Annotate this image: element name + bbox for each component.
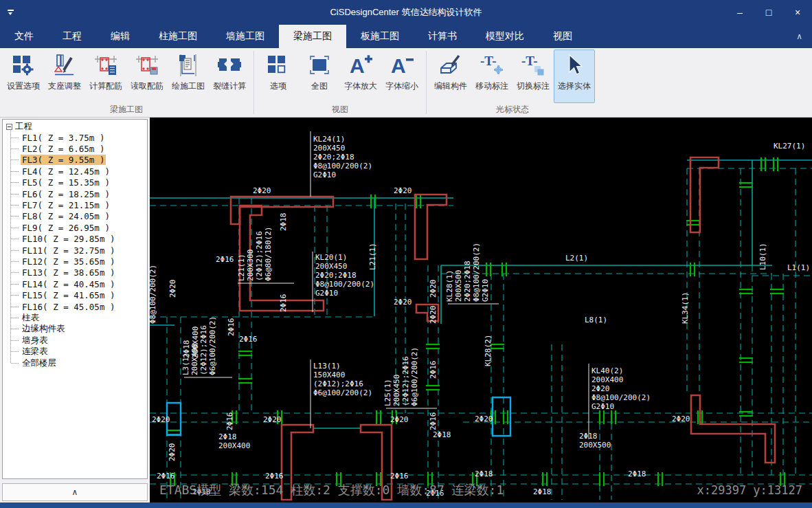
minimize-button[interactable]: – bbox=[725, 0, 754, 25]
ribbon-button-绘施工图[interactable]: 绘施工图 bbox=[168, 49, 209, 103]
ribbon-button-label: 移动标注 bbox=[475, 80, 508, 92]
tree-item[interactable]: FL15( Z = 41.65m ) bbox=[11, 289, 147, 300]
beam-annotation: (2Φ12);2Φ16 bbox=[199, 325, 208, 375]
beam-annotation: 2Φ16 bbox=[429, 361, 438, 379]
beam-annotation: Φ8@100/200(2) bbox=[591, 393, 651, 402]
beam-annotation: 2Φ18 bbox=[579, 432, 598, 441]
beam-annotation: 200X500 bbox=[579, 441, 611, 450]
tree-item-label: 边缘构件表 bbox=[21, 323, 67, 335]
ribbon-button-字体放大[interactable]: A字体放大 bbox=[340, 49, 381, 103]
ribbon-button-全图[interactable]: 全图 bbox=[299, 49, 340, 103]
maximize-button[interactable]: □ bbox=[754, 0, 783, 25]
ribbon-button-计算配筋[interactable]: 计算配筋 bbox=[85, 49, 126, 103]
tab-柱施工图[interactable]: 柱施工图 bbox=[144, 25, 212, 48]
tree-connector bbox=[11, 272, 19, 273]
beam-annotation: 2Φ20;2Φ18 bbox=[463, 261, 472, 302]
beam-annotation: 2Φ20 bbox=[168, 443, 177, 462]
beam-annotation: 200X300 bbox=[246, 250, 255, 281]
ribbon-button-label: 字体放大 bbox=[344, 80, 377, 92]
ribbon-button-支座调整[interactable]: 支座调整 bbox=[44, 49, 85, 103]
beam-annotation: 200X500 bbox=[454, 270, 463, 302]
ribbon-button-读取配筋[interactable]: 读取配筋 bbox=[126, 49, 168, 103]
tree-item-label: FL14( Z = 40.45m ) bbox=[21, 279, 116, 289]
tab-模型对比[interactable]: 模型对比 bbox=[471, 25, 539, 48]
column-highlights bbox=[167, 397, 510, 436]
ribbon-button-label: 绘施工图 bbox=[172, 80, 205, 92]
tab-计算书[interactable]: 计算书 bbox=[414, 25, 471, 48]
beam-annotation: 2Φ18 bbox=[218, 432, 237, 441]
beam-annotation: 200X400 bbox=[191, 327, 200, 358]
model-status-text: ETABS模型 梁数:154 柱数:2 支撑数:0 墙数:87 连梁数:1 bbox=[159, 483, 504, 497]
beam-annotation: Φ8@100/200(2) bbox=[472, 243, 481, 302]
ribbon-button-切换标注[interactable]: -T-切换标注 bbox=[512, 49, 554, 103]
ribbon-button-设置选项[interactable]: 设置选项 bbox=[3, 49, 44, 103]
tree-item[interactable]: FL5( Z = 15.35m ) bbox=[11, 177, 147, 188]
panel-collapse-button[interactable]: ∧ bbox=[2, 483, 148, 501]
ribbon-button-字体缩小[interactable]: A字体缩小 bbox=[381, 49, 422, 103]
tree-item[interactable]: FL12( Z = 35.65m ) bbox=[11, 256, 147, 267]
tree-root-label: 工程 bbox=[15, 121, 32, 133]
ribbon-group-label: 视图 bbox=[258, 103, 422, 118]
tree-item[interactable]: FL2( Z = 6.65m ) bbox=[11, 143, 147, 154]
tab-工程[interactable]: 工程 bbox=[48, 25, 96, 48]
ribbon-button-label: 裂缝计算 bbox=[213, 80, 246, 92]
calc-rebar-icon bbox=[93, 52, 119, 78]
beam-annotation: Φ6@100/200(2) bbox=[208, 316, 217, 375]
tree-connector bbox=[11, 194, 19, 195]
tree-connector bbox=[11, 250, 19, 251]
ribbon-button-移动标注[interactable]: -T-移动标注 bbox=[471, 49, 512, 103]
beam-annotation: 2Φ16 bbox=[265, 472, 284, 481]
beam-annotation: KL28(2) bbox=[484, 335, 493, 366]
beam-annotation: Φ6@80/180(2) bbox=[264, 227, 273, 281]
beam-annotation: Φ6@100/200(2) bbox=[410, 347, 419, 406]
tree-item[interactable]: FL4( Z = 12.45m ) bbox=[11, 166, 147, 177]
tab-视图[interactable]: 视图 bbox=[539, 25, 587, 48]
ribbon-collapse-chevron[interactable]: ∧ bbox=[796, 25, 802, 48]
tree-item[interactable]: 墙身表 bbox=[11, 335, 147, 346]
ribbon-group-梁施工图: 设置选项支座调整计算配筋读取配筋绘施工图裂缝计算梁施工图 bbox=[0, 48, 253, 117]
tab-编辑[interactable]: 编辑 bbox=[96, 25, 144, 48]
ribbon-button-编辑构件[interactable]: 编辑构件 bbox=[430, 49, 471, 103]
ribbon-button-选项[interactable]: 选项 bbox=[258, 49, 299, 103]
tree-item[interactable]: FL8( Z = 24.05m ) bbox=[11, 211, 147, 222]
edit-member-icon bbox=[438, 52, 464, 78]
beam-annotation: 200X450 bbox=[313, 144, 345, 153]
tree-item-label: FL6( Z = 18.25m ) bbox=[21, 189, 111, 199]
crack-calc-icon bbox=[216, 52, 243, 78]
tree-item[interactable]: FL11( Z = 32.75m ) bbox=[11, 245, 147, 256]
tree-item-label: FL10( Z = 29.85m ) bbox=[21, 234, 116, 244]
tree-item[interactable]: 全部楼层 bbox=[11, 357, 147, 368]
tree-connector bbox=[11, 295, 19, 296]
beam-annotation: 2Φ16 bbox=[225, 412, 234, 431]
tree-root-node[interactable]: 工程 bbox=[3, 120, 147, 132]
close-button[interactable]: × bbox=[783, 0, 812, 25]
ribbon-button-裂缝计算[interactable]: 裂缝计算 bbox=[209, 49, 250, 103]
tree-item[interactable]: FL16( Z = 45.05m ) bbox=[11, 301, 147, 312]
ribbon-group-光标状态: 编辑构件-T-移动标注-T-切换标注选择实体光标状态 bbox=[427, 48, 598, 117]
tree-expander-icon[interactable] bbox=[6, 124, 12, 130]
tree-item[interactable]: 连梁表 bbox=[11, 346, 147, 357]
tree-item[interactable]: FL6( Z = 18.25m ) bbox=[11, 188, 147, 199]
beam-annotation: 200X450 bbox=[315, 262, 347, 271]
tree-item[interactable]: FL3( Z = 9.55m ) bbox=[11, 155, 147, 166]
tree-item[interactable]: 边缘构件表 bbox=[11, 324, 147, 335]
tab-墙施工图[interactable]: 墙施工图 bbox=[212, 25, 279, 48]
tree-item[interactable]: FL14( Z = 40.45m ) bbox=[11, 278, 147, 289]
ribbon-button-选择实体[interactable]: 选择实体 bbox=[554, 49, 595, 103]
beam-annotation: KL24(1) bbox=[313, 135, 345, 144]
tree-item[interactable]: FL10( Z = 29.85m ) bbox=[11, 234, 147, 245]
beam-annotation: G2Φ10 bbox=[481, 279, 490, 302]
ribbon-button-label: 全图 bbox=[311, 80, 328, 92]
tab-文件[interactable]: 文件 bbox=[0, 25, 48, 48]
beam-annotation: Φ6@100/200(2) bbox=[313, 388, 372, 397]
tree-item[interactable]: FL9( Z = 26.95m ) bbox=[11, 222, 147, 233]
beam-annotation: 2Φ18 bbox=[279, 213, 288, 232]
tab-梁施工图[interactable]: 梁施工图 bbox=[279, 25, 346, 48]
tree-item[interactable]: FL7( Z = 21.15m ) bbox=[11, 199, 147, 210]
tab-板施工图[interactable]: 板施工图 bbox=[346, 25, 414, 48]
drawing-canvas[interactable]: 2Φ202Φ20KL27(1)L2(1)L8(1)L1(1)2Φ202Φ202Φ… bbox=[150, 118, 812, 503]
tree-item[interactable]: FL1( Z = 3.75m ) bbox=[11, 132, 147, 143]
tree-item[interactable]: FL13( Z = 38.65m ) bbox=[11, 267, 147, 278]
beam-annotation: L21(1) bbox=[237, 254, 246, 281]
tree-item[interactable]: 柱表 bbox=[11, 312, 147, 323]
